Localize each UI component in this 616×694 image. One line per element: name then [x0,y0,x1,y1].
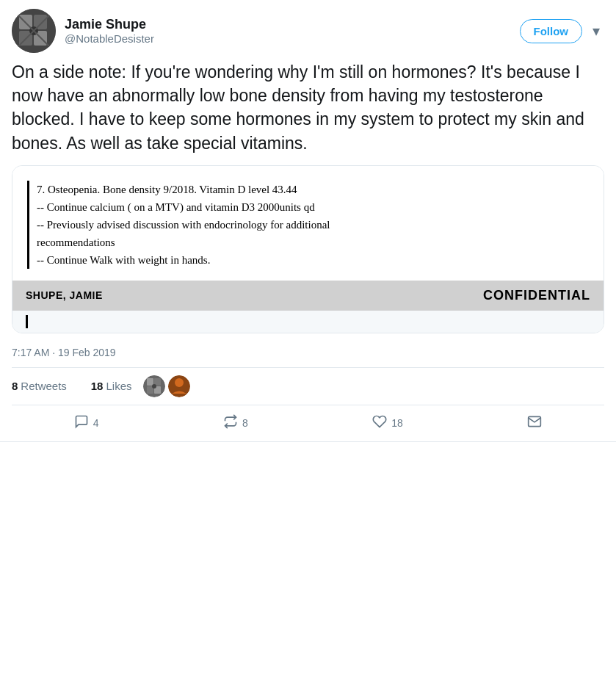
username[interactable]: @NotableDesister [65,32,154,45]
doc-line-5: -- Continue Walk with weight in hands. [37,251,589,269]
tweet-container: Jamie Shupe @NotableDesister Follow ▾ On… [0,0,616,442]
likes-stat: 18 Likes [91,380,132,392]
tweet-stats: 8 Retweets 18 Likes [12,367,604,405]
retweet-count: 8 [242,417,248,429]
reply-icon [74,414,89,433]
retweet-button[interactable]: 8 [223,414,248,433]
reply-button[interactable]: 4 [74,414,99,433]
display-name[interactable]: Jamie Shupe [65,17,154,32]
medical-doc-content: 7. Osteopenia. Bone density 9/2018. Vita… [12,166,604,281]
tweet-avatars [143,375,190,397]
caret-button[interactable]: ▾ [588,19,604,43]
retweet-count: 8 [12,380,18,392]
doc-patient-name: SHUPE, JAMIE [26,289,103,301]
tweet-actions: 4 8 18 [12,408,604,441]
doc-line-3: -- Previously advised discussion with en… [37,216,589,234]
avatar[interactable] [12,9,56,53]
likes-count: 18 [91,380,104,392]
likes-label: Likes [106,380,131,392]
doc-confidential-bar: SHUPE, JAMIE CONFIDENTIAL [12,281,604,311]
svg-point-13 [175,378,184,387]
like-icon [372,414,387,433]
doc-bottom-bar [12,311,604,333]
doc-line-4: recommendations [37,234,589,251]
doc-line-2: -- Continue calcium ( on a MTV) and vita… [37,198,589,216]
doc-text-block: 7. Osteopenia. Bone density 9/2018. Vita… [27,181,589,269]
tweet-header: Jamie Shupe @NotableDesister Follow ▾ [12,9,604,53]
tweet-timestamp: 7:17 AM · 19 Feb 2019 [12,344,604,358]
svg-rect-7 [147,378,153,386]
reply-count: 4 [93,417,99,429]
dm-button[interactable] [527,414,542,433]
retweet-stat: 8 Retweets [12,380,67,392]
tweet-body: On a side note: If you're wondering why … [12,60,604,155]
doc-line-1: 7. Osteopenia. Bone density 9/2018. Vita… [37,181,589,198]
medical-doc-card: 7. Osteopenia. Bone density 9/2018. Vita… [12,165,604,333]
like-count: 18 [391,417,403,429]
svg-point-11 [152,384,156,388]
retweet-label: Retweets [21,380,67,392]
doc-bottom-marker [26,315,28,328]
tweet-header-right: Follow ▾ [520,19,605,43]
follow-button[interactable]: Follow [520,19,583,43]
like-button[interactable]: 18 [372,414,403,433]
doc-confidential-label: CONFIDENTIAL [483,288,590,303]
liker-avatar-1 [143,375,165,397]
stat-divider [76,380,82,393]
caret-icon: ▾ [593,23,600,39]
dm-icon [527,414,542,433]
liker-avatar-2 [168,375,190,397]
retweet-icon [223,414,238,433]
user-info: Jamie Shupe @NotableDesister [65,17,154,45]
tweet-header-left: Jamie Shupe @NotableDesister [12,9,154,53]
